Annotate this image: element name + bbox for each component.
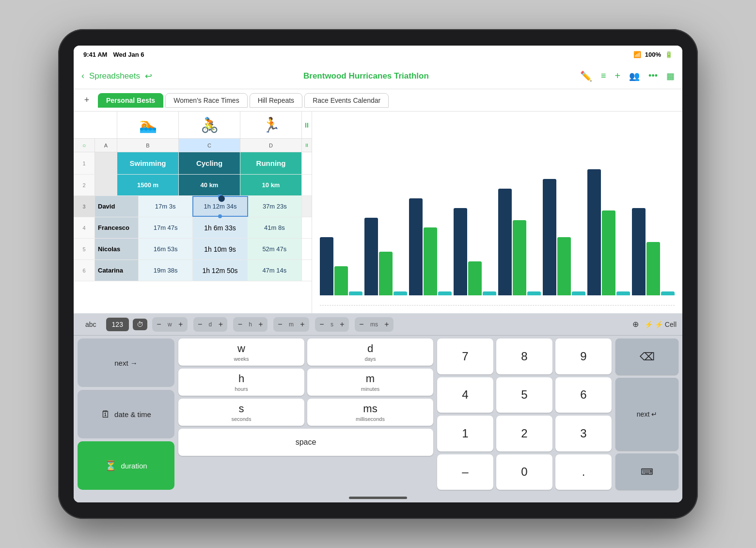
cell-3-cycling-selected[interactable]: ⬤ 1h 12m 34s	[192, 196, 248, 217]
key-5[interactable]: 5	[496, 377, 552, 413]
key-0[interactable]: 0	[496, 454, 552, 490]
function-icon[interactable]: ⊕	[632, 320, 639, 329]
keyboard-dismiss-key[interactable]: ⌨	[615, 453, 678, 490]
next-button[interactable]: next →	[78, 338, 174, 387]
duration-button[interactable]: ⏳ duration	[78, 441, 174, 490]
stepper-w-minus[interactable]: −	[152, 317, 166, 332]
key-m-main: m	[366, 372, 375, 385]
header-left[interactable]: ‹ Spreadsheets ↩	[81, 71, 152, 81]
selection-handle-top: ⬤	[218, 194, 222, 198]
cell-4-name[interactable]: Francesco	[95, 217, 139, 238]
undo-icon[interactable]: ↩	[145, 71, 152, 81]
table-row: 2 1500 m 40 km 10 km	[74, 175, 312, 196]
key-h[interactable]: h hours	[178, 369, 304, 396]
cell-6-running[interactable]: 47m 14s	[248, 260, 302, 281]
cell-5-running[interactable]: 52m 47s	[248, 239, 302, 259]
key-2[interactable]: 2	[496, 416, 552, 451]
list-icon[interactable]: ≡	[601, 71, 606, 81]
stepper-s-minus[interactable]: −	[315, 317, 329, 332]
duration-mode-button[interactable]: ⏱	[133, 319, 147, 330]
bar-green-4	[468, 261, 482, 295]
cell-1-b[interactable]: Swimming	[117, 152, 179, 174]
tab-hill-repeats[interactable]: Hill Repeats	[250, 93, 302, 108]
keyboard-right-actions: ⌫ next ↵ ⌨	[615, 338, 678, 490]
key-s[interactable]: s seconds	[178, 399, 304, 426]
cell-2-c[interactable]: 40 km	[179, 175, 240, 195]
key-9[interactable]: 9	[555, 338, 612, 374]
key-w[interactable]: w weeks	[178, 338, 304, 366]
tab-personal-bests[interactable]: Personal Bests	[98, 93, 163, 108]
key-8[interactable]: 8	[496, 338, 552, 374]
add-tab-button[interactable]: +	[79, 93, 94, 108]
key-space[interactable]: space	[178, 429, 433, 456]
key-4[interactable]: 4	[437, 377, 493, 413]
app-header: ‹ Spreadsheets ↩ Brentwood Hurricanes Tr…	[74, 63, 682, 89]
stepper-d-minus[interactable]: −	[193, 317, 207, 332]
key-3[interactable]: 3	[555, 416, 612, 451]
cell-1-a[interactable]	[95, 152, 117, 174]
key-m[interactable]: m minutes	[307, 369, 433, 396]
pencil-ruler-icon[interactable]: ✏️	[580, 70, 592, 82]
key-6[interactable]: 6	[555, 377, 612, 413]
stepper-w-plus[interactable]: +	[174, 317, 188, 332]
cell-5-name[interactable]: Nicolas	[95, 239, 139, 259]
stepper-s-plus[interactable]: +	[335, 317, 349, 332]
stepper-d-plus[interactable]: +	[214, 317, 227, 332]
numpad-row-3: 1 2 3	[437, 416, 612, 451]
stepper-ms-plus[interactable]: +	[380, 317, 394, 332]
cell-4-running[interactable]: 41m 8s	[248, 217, 302, 238]
tab-womens-race-times[interactable]: Women's Race Times	[165, 93, 247, 108]
date-time-button[interactable]: 🗓 date & time	[78, 390, 174, 438]
bar-dark-1	[320, 237, 333, 295]
cell-2-b[interactable]: 1500 m	[117, 175, 179, 195]
back-label[interactable]: Spreadsheets	[89, 71, 140, 81]
backspace-key[interactable]: ⌫	[615, 338, 678, 375]
cell-3-running[interactable]: 37m 23s	[248, 196, 302, 217]
cell-6-swimming[interactable]: 19m 38s	[139, 260, 193, 281]
cell-3-name[interactable]: David	[95, 196, 139, 217]
stepper-h-plus[interactable]: +	[254, 317, 268, 332]
col-header-a[interactable]: A	[95, 139, 117, 152]
key-s-sub: seconds	[232, 416, 252, 422]
key-d[interactable]: d days	[307, 338, 433, 366]
person-add-icon[interactable]: 👥	[629, 71, 640, 81]
key-minus[interactable]: –	[437, 454, 493, 490]
tab-race-events[interactable]: Race Events Calendar	[304, 93, 389, 108]
stepper-h-label: h	[247, 321, 254, 328]
abc-button[interactable]: abc	[79, 318, 102, 331]
stepper-m-plus[interactable]: +	[296, 317, 309, 332]
cell-6-name[interactable]: Catarina	[95, 260, 139, 281]
key-7[interactable]: 7	[437, 338, 493, 374]
123-button[interactable]: 123	[106, 318, 129, 331]
key-1[interactable]: 1	[437, 416, 493, 451]
freeze-circle[interactable]: ○	[82, 142, 86, 149]
more-icon[interactable]: •••	[648, 71, 658, 81]
next-return-key[interactable]: next ↵	[615, 378, 678, 451]
cell-3-swimming[interactable]: 17m 3s	[139, 196, 192, 217]
col-freeze-btn[interactable]: ⏸	[302, 139, 312, 152]
col-header-c[interactable]: C	[179, 139, 240, 152]
column-headers: ○ A B C D ⏸	[74, 139, 312, 152]
pause-icon[interactable]: ⏸	[303, 121, 310, 129]
cell-5-swimming[interactable]: 16m 53s	[139, 239, 193, 259]
ipad-frame: 9:41 AM Wed Jan 6 📶 100% 🔋 ‹ Spreadsheet…	[58, 29, 698, 519]
cell-1-c[interactable]: Cycling	[179, 152, 240, 174]
add-icon[interactable]: +	[614, 70, 620, 81]
key-ms[interactable]: ms milliseconds	[307, 399, 433, 426]
cell-4-swimming[interactable]: 17m 47s	[139, 217, 193, 238]
key-dot[interactable]: .	[555, 454, 612, 490]
stepper-ms-minus[interactable]: −	[355, 317, 368, 332]
cell-2-a[interactable]	[95, 175, 117, 195]
back-icon[interactable]: ‹	[81, 71, 84, 81]
col-header-b[interactable]: B	[117, 139, 179, 152]
stepper-h-minus[interactable]: −	[233, 317, 247, 332]
bar-green-3	[424, 227, 437, 295]
cell-5-cycling[interactable]: 1h 10m 9s	[193, 239, 247, 259]
col-header-d[interactable]: D	[240, 139, 302, 152]
cell-1-d[interactable]: Running	[240, 152, 302, 174]
table-icon[interactable]: ▦	[666, 71, 675, 81]
cell-6-cycling[interactable]: 1h 12m 50s	[193, 260, 247, 281]
stepper-m-minus[interactable]: −	[273, 317, 287, 332]
cell-4-cycling[interactable]: 1h 6m 33s	[193, 217, 247, 238]
cell-2-d[interactable]: 10 km	[240, 175, 302, 195]
